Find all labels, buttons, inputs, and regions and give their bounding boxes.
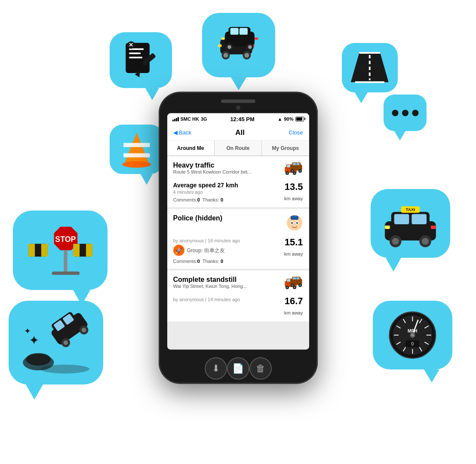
svg-point-34 [412,110,418,116]
svg-point-115 [291,222,293,224]
card-speed-row-1: Average speed 27 kmh 4 minutes ago Comme… [173,181,303,202]
card-comments-2: Comments:0 Thanks: 0 [173,259,240,264]
phone-toolbar: ⬇ 📄 🗑 [192,353,285,384]
card-content-left-3: Complete standstill Wai Yip Street, Kwun… [173,276,247,291]
svg-point-101 [294,172,295,174]
battery-icon [295,116,304,121]
card-subtitle-1: Route 5 West Kowloon Corridor bet... [173,169,252,174]
svg-point-124 [294,287,295,288]
cone-bubble [110,125,163,174]
card-group-name-2: Group: 街車之友 [187,247,225,254]
gps-icon: ▲ [278,116,283,122]
card-heavy-traffic[interactable]: Heavy traffic Route 5 West Kowloon Corri… [167,156,309,208]
card-standstill[interactable]: Complete standstill Wai Yip Street, Kwun… [167,271,309,322]
svg-point-109 [299,170,301,172]
svg-text:✦: ✦ [24,327,31,336]
svg-point-32 [392,110,398,116]
card-police[interactable]: Police (hidden) [167,209,309,269]
speedometer-bubble: MPH 0 [373,301,452,369]
svg-rect-36 [123,143,150,147]
card-time-2: by anonymous | 16 minutes ago [173,238,240,243]
signal-bars [172,116,179,122]
card-header-1: Heavy traffic Route 5 West Kowloon Corri… [173,161,303,180]
document-bubble: ✕ [110,32,172,88]
time-label: 12:45 PM [230,116,254,122]
taxi-bubble: TAXI [371,189,450,258]
svg-point-38 [122,161,151,168]
trash-icon: 🗑 [256,363,265,374]
card-time-3: by anonymous | 14 minutes ago [173,297,240,302]
card-speed-row-3: by anonymous | 14 minutes ago 16.7 km aw… [173,296,303,317]
svg-point-48 [422,238,429,245]
tab-around-me[interactable]: Around Me [167,140,215,155]
download-icon: ⬇ [212,363,220,374]
card-title-2: Police (hidden) [173,214,223,222]
svg-rect-127 [292,277,296,280]
svg-point-116 [296,222,298,224]
phone-camera [236,105,240,110]
battery-percent: 90% [284,116,293,122]
phone-device: SMC HK 3G 12:45 PM ▲ 90% ◀ Back All Clos… [159,92,318,384]
signal-bar-3 [176,118,177,122]
card-meta-2: 🚀 Group: 街車之友 [173,245,240,256]
svg-rect-42 [412,214,427,224]
phone-speaker [221,100,255,103]
svg-rect-96 [287,165,290,167]
svg-rect-58 [86,244,92,257]
svg-rect-41 [394,214,409,224]
download-button[interactable]: ⬇ [205,357,227,380]
card-subtitle-3: Wai Yip Street, Kwun Tong, Hong... [173,284,247,289]
card-title-1: Heavy traffic [173,161,252,169]
svg-rect-105 [296,163,299,165]
card-distance-3: 16.7 km away [284,296,303,317]
road-bubble [342,43,398,92]
svg-rect-49 [385,226,390,229]
content-area: Heavy traffic Route 5 West Kowloon Corri… [167,156,309,349]
svg-rect-23 [129,57,142,58]
svg-text:✦: ✦ [28,334,39,348]
svg-text:0: 0 [412,342,414,346]
svg-marker-35 [124,133,149,164]
card-speed-info-3: by anonymous | 14 minutes ago [173,296,240,302]
tab-my-groups[interactable]: My Groups [262,140,309,155]
svg-rect-128 [296,277,299,280]
card-icon-1 [284,161,303,180]
dots-bubble [384,95,427,131]
tab-bar: Around Me On Route My Groups [167,140,309,156]
card-icon-3 [284,276,303,294]
svg-point-122 [286,287,288,288]
card-distance-1: 13.5 km away [284,181,303,202]
svg-rect-8 [218,44,222,47]
card-comments-1: Comments:0 Thanks: 0 [173,197,238,202]
svg-rect-104 [292,163,296,165]
svg-point-132 [299,284,301,286]
card-speed-label-1: Average speed 27 kmh [173,181,238,188]
card-header-2: Police (hidden) [173,214,303,235]
card-speed-row-2: by anonymous | 16 minutes ago 🚀 Group: 街… [173,237,303,264]
tab-on-route[interactable]: On Route [215,140,262,155]
svg-rect-57 [73,244,80,257]
svg-point-130 [292,284,293,286]
back-button[interactable]: ◀ Back [173,129,192,136]
svg-rect-60 [52,272,79,275]
signal-bar-2 [174,119,175,122]
svg-point-7 [245,53,249,58]
svg-rect-18 [221,37,225,40]
svg-rect-13 [240,28,248,35]
nav-title: All [235,128,245,137]
svg-rect-119 [287,279,290,282]
card-header-3: Complete standstill Wai Yip Street, Kwun… [173,276,303,294]
document-button[interactable]: 📄 [227,357,249,380]
card-icon-2 [286,214,303,235]
svg-rect-50 [431,226,436,229]
trash-button[interactable]: 🗑 [249,357,272,380]
close-button[interactable]: Close [289,129,303,136]
signal-bar-4 [178,117,179,122]
svg-rect-52 [28,244,35,257]
status-right: ▲ 90% [278,116,304,122]
status-bar: SMC HK 3G 12:45 PM ▲ 90% [167,113,309,125]
svg-rect-112 [292,216,297,217]
battery-fill [296,117,302,120]
svg-rect-37 [123,153,150,158]
svg-point-99 [286,172,288,174]
